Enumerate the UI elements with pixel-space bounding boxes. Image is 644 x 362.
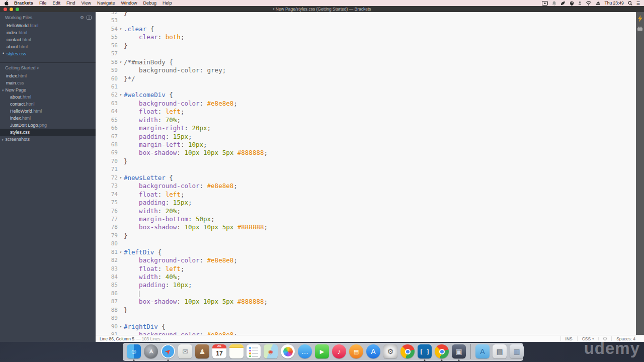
- working-file-HelloWorld[interactable]: HelloWorld.html: [0, 22, 96, 29]
- code-line[interactable]: 64 float: left;: [96, 108, 636, 116]
- tree-folder-screenshots[interactable]: ▸screenshots: [0, 136, 96, 143]
- folder-open-icon[interactable]: ▾: [2, 88, 4, 92]
- working-file-contact[interactable]: contact.html: [0, 36, 96, 43]
- line-number[interactable]: 80: [111, 240, 118, 248]
- dock-item-reminders[interactable]: [246, 344, 261, 359]
- dock-item-photos[interactable]: [280, 344, 295, 359]
- line-number[interactable]: 63: [111, 100, 118, 108]
- code-line[interactable]: 90▾#rightDiv {: [96, 323, 636, 331]
- wifi-icon[interactable]: [586, 1, 592, 6]
- line-number[interactable]: 79: [111, 232, 118, 240]
- code-line[interactable]: 81▾#leftDiv {: [96, 248, 636, 256]
- code-line[interactable]: 79}: [96, 232, 636, 240]
- line-number[interactable]: 53: [111, 17, 118, 25]
- tree-folder-New Page[interactable]: ▾New Page: [0, 86, 96, 94]
- dock-item-safari[interactable]: ➤: [160, 344, 176, 359]
- bell-icon[interactable]: [552, 1, 556, 6]
- apple-menu[interactable]: [4, 1, 9, 6]
- dock-item-app-store[interactable]: A: [366, 344, 381, 359]
- menu-window[interactable]: Window: [121, 1, 137, 6]
- line-number[interactable]: 71: [111, 165, 118, 173]
- code-line[interactable]: 75 padding: 15px;: [96, 199, 636, 207]
- project-dropdown[interactable]: Getting Started▾: [0, 62, 96, 72]
- line-number[interactable]: 86: [111, 290, 118, 298]
- code-line[interactable]: 63 background-color: #e8e8e8;: [96, 100, 636, 108]
- line-number[interactable]: 70: [111, 157, 118, 165]
- code-line[interactable]: 84 width: 40%;: [96, 273, 636, 281]
- line-number[interactable]: 73: [111, 182, 118, 190]
- line-number[interactable]: 69: [111, 149, 118, 157]
- line-number[interactable]: 59: [111, 66, 118, 74]
- line-number[interactable]: 56: [111, 42, 118, 50]
- code-line[interactable]: 87 box-shadow: 10px 10px 5px #888888;: [96, 298, 636, 306]
- line-number[interactable]: 72: [111, 174, 118, 182]
- gear-icon[interactable]: ⚙: [80, 15, 84, 20]
- tree-file-styles[interactable]: styles.css: [0, 129, 96, 136]
- line-number[interactable]: 87: [111, 298, 118, 306]
- menu-file[interactable]: File: [39, 1, 47, 6]
- dock-item-chrome[interactable]: [400, 344, 415, 359]
- code-line[interactable]: 85 padding: 10px;: [96, 281, 636, 289]
- line-number[interactable]: 89: [111, 314, 118, 322]
- dock-item-finder[interactable]: ☺: [126, 344, 141, 359]
- code-line[interactable]: 77 margin-bottom: 50px;: [96, 215, 636, 223]
- line-number[interactable]: 84: [111, 273, 118, 281]
- dock-item-ibooks[interactable]: ▤: [349, 344, 364, 359]
- dock-item-calendar[interactable]: JUL17: [212, 344, 227, 359]
- code-fold-arrow[interactable]: ▾: [118, 174, 124, 182]
- dock-item-itunes[interactable]: ♪: [332, 344, 347, 359]
- insert-mode-toggle[interactable]: INS: [560, 336, 577, 341]
- line-number[interactable]: 85: [111, 281, 118, 289]
- tree-file-JustDoIt Logo[interactable]: JustDoIt Logo.png: [0, 122, 96, 129]
- line-number[interactable]: 74: [111, 191, 118, 199]
- dock-item-screen-recorder[interactable]: ▣: [451, 344, 466, 359]
- line-number[interactable]: 67: [111, 133, 118, 141]
- code-fold-arrow[interactable]: ▾: [118, 248, 124, 256]
- dock-item-notes[interactable]: [229, 344, 244, 359]
- code-line[interactable]: 61: [96, 83, 636, 91]
- live-preview-icon[interactable]: [637, 15, 643, 22]
- dock-item-trash[interactable]: ▥: [509, 344, 524, 359]
- line-number[interactable]: 76: [111, 207, 118, 215]
- menu-edit[interactable]: Edit: [53, 1, 61, 6]
- code-line[interactable]: 89: [96, 314, 636, 322]
- line-number[interactable]: 78: [111, 223, 118, 231]
- dock-item-applications-folder[interactable]: A: [475, 344, 490, 359]
- code-line[interactable]: 65 width: 70%;: [96, 116, 636, 124]
- dock-item-messages[interactable]: …: [297, 344, 312, 359]
- tree-file-about[interactable]: about.html: [0, 94, 96, 101]
- tree-file-contact[interactable]: contact.html: [0, 101, 96, 108]
- line-number[interactable]: 64: [111, 108, 118, 116]
- dock-item-system-preferences[interactable]: ⚙: [383, 344, 398, 359]
- line-number[interactable]: 90: [111, 323, 118, 331]
- code-line[interactable]: 58▾/*#mainBody {: [96, 58, 636, 66]
- code-line[interactable]: 56}: [96, 42, 636, 50]
- code-fold-arrow[interactable]: ▾: [118, 58, 124, 66]
- dock-item-mail[interactable]: ✉: [178, 344, 193, 359]
- line-number[interactable]: 54: [111, 25, 118, 33]
- code-line[interactable]: 70}: [96, 157, 636, 165]
- code-line[interactable]: 78 box-shadow: 10px 10px 5px #888888;: [96, 223, 636, 231]
- tree-file-index[interactable]: index.html: [0, 72, 96, 79]
- tree-file-main[interactable]: main.css: [0, 79, 96, 86]
- menu-navigate[interactable]: Navigate: [97, 1, 115, 6]
- line-number[interactable]: 55: [111, 33, 118, 41]
- line-number[interactable]: 75: [111, 199, 118, 207]
- dock-item-documents[interactable]: ▤: [492, 344, 507, 359]
- tree-file-HelloWorld[interactable]: HelloWorld.html: [0, 108, 96, 115]
- folder-closed-icon[interactable]: ▸: [2, 138, 4, 141]
- code-line[interactable]: 91 background-color: #e8e8e8;: [96, 331, 636, 335]
- display-recording-icon[interactable]: [542, 1, 548, 6]
- code-line[interactable]: 52}: [96, 12, 636, 17]
- code-line[interactable]: 71: [96, 165, 636, 173]
- leaf-icon[interactable]: [560, 1, 566, 6]
- code-line[interactable]: 60}*/: [96, 75, 636, 83]
- extension-manager-icon[interactable]: [637, 26, 643, 31]
- code-line[interactable]: 76 width: 20%;: [96, 207, 636, 215]
- eject-icon[interactable]: [596, 1, 601, 6]
- line-number[interactable]: 57: [111, 50, 118, 58]
- line-number[interactable]: 91: [111, 331, 118, 335]
- code-line[interactable]: 55 clear: both;: [96, 33, 636, 41]
- dock-item-facetime[interactable]: ▶: [314, 344, 330, 359]
- code-line[interactable]: 86: [96, 290, 636, 298]
